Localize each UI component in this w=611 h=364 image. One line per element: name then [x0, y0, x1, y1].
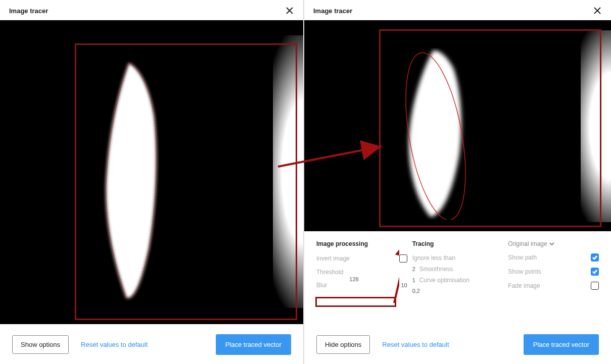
panel-header: Image tracer	[304, 0, 611, 20]
option-label: Ignore less than	[412, 254, 455, 262]
place-vector-button[interactable]: Place traced vector	[216, 334, 291, 355]
option-label: Threshold	[316, 269, 343, 276]
threshold-value[interactable]: 128	[349, 276, 359, 282]
panel-footer: Show options Reset values to default Pla…	[0, 327, 303, 364]
close-icon[interactable]	[285, 6, 294, 15]
select-label: Original image	[508, 240, 547, 247]
trace-canvas[interactable]	[0, 20, 303, 324]
fade-image-row: Fade image	[508, 282, 599, 290]
invert-image-row: Invert image	[316, 254, 407, 263]
annotation-rect	[379, 29, 601, 227]
column-heading: Tracing	[412, 240, 503, 247]
blur-row: Blur 10	[316, 282, 407, 289]
curve-value[interactable]: 0,2	[412, 288, 422, 294]
chevron-down-icon	[549, 241, 554, 246]
option-label: Invert image	[316, 255, 350, 262]
smooth-row: 2 Smoothness	[412, 266, 503, 273]
reset-defaults-button[interactable]: Reset values to default	[79, 336, 150, 353]
place-vector-button[interactable]: Place traced vector	[524, 334, 599, 355]
panel-footer: Hide options Reset values to default Pla…	[304, 327, 611, 364]
option-label: Smoothness	[419, 266, 503, 273]
show-path-row: Show path	[508, 253, 599, 262]
option-label: Blur	[316, 282, 327, 289]
option-label: Fade image	[508, 282, 540, 289]
options-area: Image processing Invert image Threshold …	[304, 231, 611, 299]
option-label: Show points	[508, 268, 541, 275]
threshold-row: Threshold 128	[316, 269, 407, 276]
trace-canvas[interactable]	[304, 20, 611, 231]
tracing-column: Tracing Ignore less than 2 Smoothness 1 …	[412, 240, 503, 294]
panel-title: Image tracer	[313, 7, 352, 15]
image-processing-column: Image processing Invert image Threshold …	[316, 240, 407, 294]
annotation-rect	[75, 43, 297, 320]
display-column: Original image Show path Show points Fad…	[508, 240, 599, 294]
show-path-checkbox[interactable]	[591, 253, 599, 262]
blur-value[interactable]: 10	[397, 282, 407, 288]
invert-image-checkbox[interactable]	[399, 254, 407, 263]
panel-header: Image tracer	[0, 0, 303, 20]
show-points-checkbox[interactable]	[591, 268, 599, 276]
column-heading: Image processing	[316, 240, 407, 247]
tracer-panel-right: Image tracer Image processing Invert ima…	[304, 0, 611, 364]
show-points-row: Show points	[508, 268, 599, 276]
tracer-panel-left: Image tracer Show options Reset values t…	[0, 0, 304, 364]
curve-value-row: 0,2	[412, 288, 503, 294]
original-image-select[interactable]: Original image	[508, 240, 599, 247]
fade-image-checkbox[interactable]	[591, 282, 599, 290]
ignore-row: Ignore less than	[412, 254, 503, 262]
toggle-options-button[interactable]: Hide options	[316, 335, 370, 354]
curve-row: 1 Curve optimisation	[412, 277, 503, 284]
panel-title: Image tracer	[9, 7, 48, 15]
option-label: Show path	[508, 254, 537, 261]
reset-defaults-button[interactable]: Reset values to default	[380, 336, 451, 353]
close-icon[interactable]	[593, 6, 602, 15]
toggle-options-button[interactable]: Show options	[12, 335, 69, 354]
option-label: Curve optimisation	[419, 277, 503, 284]
